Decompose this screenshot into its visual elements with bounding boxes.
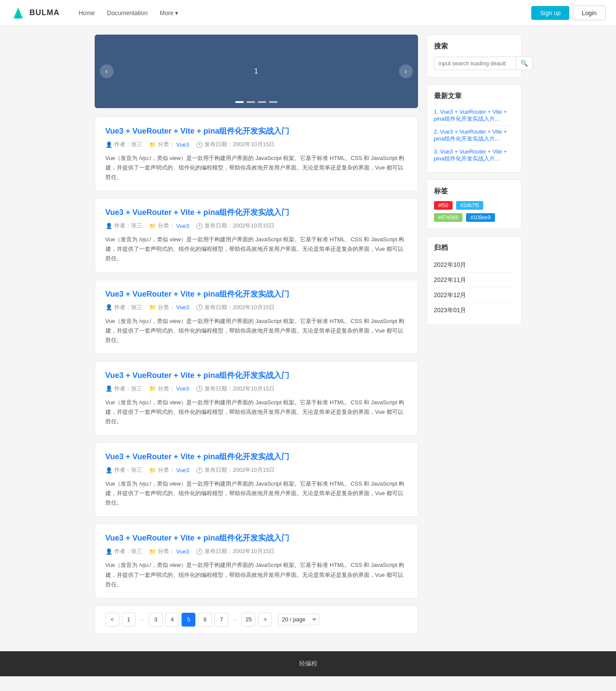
- latest-article-item[interactable]: 2. Vue3 + VueRouter + Vite + pina组件化开发实战…: [434, 126, 514, 146]
- article-date: 🕐 发布日期：2002年10月15日: [196, 385, 274, 393]
- category-link[interactable]: Vue3: [176, 304, 189, 310]
- date-icon: 🕐: [196, 304, 203, 310]
- pagination: < 1 ··· 3 4 5 6 7 ··· 25 > 20 / page 50 …: [95, 605, 418, 634]
- article-excerpt: Vue（发音为 /vjuː/，类似 view）是一款用于构建用户界面的 Java…: [105, 235, 407, 263]
- author-icon: 👤: [105, 548, 112, 555]
- article-category: 📁 分类：Vue3: [149, 304, 189, 311]
- archive-item[interactable]: 2022年10月: [434, 258, 514, 273]
- tags-title: 标签: [434, 187, 514, 196]
- author-icon: 👤: [105, 467, 112, 473]
- tags-container: #f50#2db7f5#87d068#108ee9: [434, 201, 514, 222]
- article-title[interactable]: Vue3 + VueRouter + Vite + pina组件化开发实战入门: [105, 370, 407, 381]
- article-author: 👤 作者：张三: [105, 547, 142, 555]
- tag-item[interactable]: #87d068: [434, 213, 463, 222]
- category-link[interactable]: Vue3: [176, 548, 189, 555]
- author-icon: 👤: [105, 141, 112, 148]
- pagination-next-button[interactable]: >: [258, 613, 272, 627]
- article-category: 📁 分类：Vue3: [149, 466, 189, 474]
- carousel-dot-1[interactable]: [235, 101, 244, 103]
- pagination-prev-button[interactable]: <: [105, 613, 119, 627]
- tag-item[interactable]: #108ee9: [466, 213, 495, 222]
- article-excerpt: Vue（发音为 /vjuː/，类似 view）是一款用于构建用户界面的 Java…: [105, 317, 407, 345]
- search-button[interactable]: 🔍: [516, 56, 533, 70]
- carousel-prev-button[interactable]: ‹: [100, 64, 114, 78]
- tag-item[interactable]: #2db7f5: [456, 201, 483, 210]
- carousel-indicator: 1: [254, 67, 258, 75]
- archive-item[interactable]: 2022年12月: [434, 288, 514, 303]
- tag-item[interactable]: #f50: [434, 201, 453, 210]
- author-icon: 👤: [105, 385, 112, 392]
- pagination-page-5[interactable]: 5: [182, 613, 195, 627]
- latest-article-item[interactable]: 3. Vue3 + VueRouter + Vite + pina组件化开发实战…: [434, 146, 514, 165]
- category-icon: 📁: [149, 548, 156, 555]
- carousel: ‹ 1 ›: [95, 35, 418, 108]
- article-meta: 👤 作者：张三 📁 分类：Vue3 🕐 发布日期：2002年10月15日: [105, 141, 407, 148]
- author-icon: 👤: [105, 304, 112, 310]
- article-date: 🕐 发布日期：2002年10月15日: [196, 141, 274, 148]
- article-meta: 👤 作者：张三 📁 分类：Vue3 🕐 发布日期：2002年10月15日: [105, 466, 407, 474]
- nav-item-home[interactable]: Home: [73, 6, 100, 20]
- article-title[interactable]: Vue3 + VueRouter + Vite + pina组件化开发实战入门: [105, 533, 407, 543]
- article-category: 📁 分类：Vue3: [149, 547, 189, 555]
- carousel-dot-3[interactable]: [258, 101, 266, 103]
- date-icon: 🕐: [196, 548, 203, 555]
- login-button[interactable]: Login: [573, 6, 606, 20]
- search-section: 搜索 🔍: [427, 35, 522, 77]
- pagination-page-6[interactable]: 6: [198, 613, 212, 627]
- tags-section: 标签 #f50#2db7f5#87d068#108ee9: [427, 179, 522, 229]
- category-icon: 📁: [149, 304, 156, 310]
- article-card: Vue3 + VueRouter + Vite + pina组件化开发实战入门 …: [95, 280, 418, 354]
- archive-item[interactable]: 2023年01月: [434, 303, 514, 318]
- pagination-page-4[interactable]: 4: [165, 613, 179, 627]
- archive-title: 归档: [434, 243, 514, 253]
- article-category: 📁 分类：Vue3: [149, 141, 189, 148]
- date-icon: 🕐: [196, 467, 203, 473]
- article-author: 👤 作者：张三: [105, 222, 142, 230]
- footer: 轻编程: [0, 651, 616, 676]
- article-title[interactable]: Vue3 + VueRouter + Vite + pina组件化开发实战入门: [105, 207, 407, 218]
- search-box: 🔍: [434, 56, 514, 70]
- article-date: 🕐 发布日期：2002年10月15日: [196, 547, 274, 555]
- pagination-page-1[interactable]: 1: [122, 613, 136, 627]
- category-link[interactable]: Vue3: [176, 385, 189, 392]
- latest-articles-title: 最新文章: [434, 92, 514, 101]
- date-icon: 🕐: [196, 223, 203, 229]
- category-icon: 📁: [149, 385, 156, 392]
- latest-articles-list: 1. Vue3 + VueRouter + Vite + pina组件化开发实战…: [434, 106, 514, 165]
- bulma-logo-icon: [10, 5, 26, 21]
- article-title[interactable]: Vue3 + VueRouter + Vite + pina组件化开发实战入门: [105, 289, 407, 299]
- carousel-dot-2[interactable]: [246, 101, 255, 103]
- article-excerpt: Vue（发音为 /vjuː/，类似 view）是一款用于构建用户界面的 Java…: [105, 479, 407, 508]
- pagination-page-25[interactable]: 25: [242, 613, 255, 627]
- search-input[interactable]: [434, 57, 516, 70]
- article-author: 👤 作者：张三: [105, 385, 142, 393]
- article-title[interactable]: Vue3 + VueRouter + Vite + pina组件化开发实战入门: [105, 451, 407, 462]
- brand-logo[interactable]: BULMA: [10, 5, 60, 21]
- article-card: Vue3 + VueRouter + Vite + pina组件化开发实战入门 …: [95, 117, 418, 191]
- article-date: 🕐 发布日期：2002年10月15日: [196, 222, 274, 230]
- nav-item-more[interactable]: More ▾: [155, 6, 184, 20]
- navbar: BULMA Home Documentation More ▾ Sign up …: [0, 0, 616, 26]
- pagination-page-7[interactable]: 7: [214, 613, 228, 627]
- carousel-dot-4[interactable]: [269, 101, 278, 103]
- category-link[interactable]: Vue3: [176, 223, 189, 229]
- main-content: ‹ 1 › Vue3 + VueRouter + Vite + pina组件化开…: [95, 35, 418, 634]
- article-category: 📁 分类：Vue3: [149, 222, 189, 230]
- page-container: ‹ 1 › Vue3 + VueRouter + Vite + pina组件化开…: [88, 26, 529, 643]
- category-link[interactable]: Vue3: [176, 141, 189, 148]
- archive-item[interactable]: 2022年11月: [434, 273, 514, 288]
- carousel-next-button[interactable]: ›: [399, 64, 413, 78]
- archive-list: 2022年10月2022年11月2022年12月2023年01月: [434, 258, 514, 318]
- date-icon: 🕐: [196, 385, 203, 392]
- article-meta: 👤 作者：张三 📁 分类：Vue3 🕐 发布日期：2002年10月15日: [105, 385, 407, 393]
- carousel-dots: [235, 101, 278, 103]
- category-link[interactable]: Vue3: [176, 467, 189, 473]
- brand-name: BULMA: [29, 8, 60, 17]
- pagination-page-3[interactable]: 3: [149, 613, 163, 627]
- article-title[interactable]: Vue3 + VueRouter + Vite + pina组件化开发实战入门: [105, 126, 407, 136]
- page-size-select[interactable]: 20 / page 50 / page 100 / page: [278, 614, 319, 625]
- nav-item-documentation[interactable]: Documentation: [102, 6, 153, 20]
- latest-article-item[interactable]: 1. Vue3 + VueRouter + Vite + pina组件化开发实战…: [434, 106, 514, 126]
- article-meta: 👤 作者：张三 📁 分类：Vue3 🕐 发布日期：2002年10月15日: [105, 222, 407, 230]
- signup-button[interactable]: Sign up: [531, 6, 569, 20]
